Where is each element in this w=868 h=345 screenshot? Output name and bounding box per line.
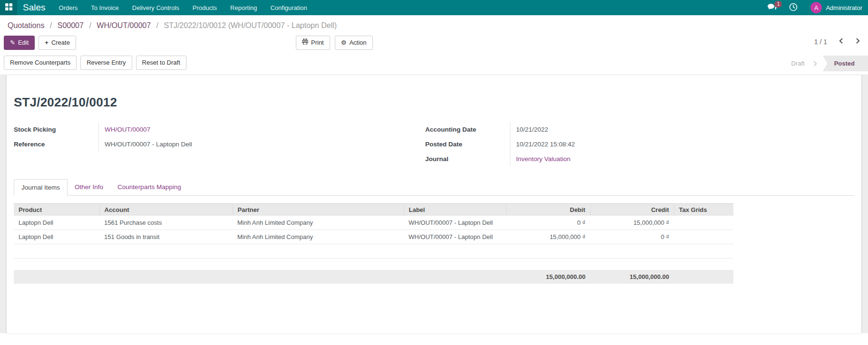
cell-tax-grids [674, 216, 733, 230]
user-menu[interactable]: Administrator [826, 4, 862, 11]
cell-credit: 0 ₫ [590, 230, 674, 244]
avatar[interactable]: A [810, 2, 822, 13]
stock-picking-link[interactable]: WH/OUT/00007 [105, 126, 150, 133]
breadcrumb-separator: / [86, 21, 94, 29]
print-button[interactable]: Print [296, 36, 330, 50]
cell-credit: 15,000,000 ₫ [590, 216, 674, 230]
cell-account: 151 Goods in transit [99, 230, 233, 244]
cell-debit: 0 ₫ [506, 216, 590, 230]
menu-reporting[interactable]: Reporting [224, 0, 263, 15]
form-view-background: STJ/2022/10/0012 Stock Picking WH/OUT/00… [0, 75, 868, 333]
accounting-date-value: 10/21/2022 [516, 126, 548, 133]
menu-delivery-controls[interactable]: Delivery Controls [126, 0, 186, 15]
pager-next-button[interactable] [855, 38, 860, 46]
totals-spacer [14, 270, 506, 284]
field-accounting-date: Accounting Date 10/21/2022 [425, 122, 854, 137]
table-row-empty [14, 244, 733, 259]
breadcrumb-s00007[interactable]: S00007 [58, 21, 84, 29]
control-panel: Quotations / S00007 / WH/OUT/00007 / STJ… [0, 15, 868, 75]
pager-previous-button[interactable] [839, 38, 844, 46]
cell-debit: 15,000,000 ₫ [506, 230, 590, 244]
message-count-badge: 1 [774, 1, 782, 8]
column-account[interactable]: Account [99, 204, 233, 216]
column-credit[interactable]: Credit [590, 204, 674, 216]
cell-account: 1561 Purchase costs [99, 216, 233, 230]
cell-tax-grids [674, 230, 733, 244]
activities-button[interactable] [783, 0, 804, 15]
plus-icon: + [45, 38, 49, 47]
totals-row: 15,000,000.00 15,000,000.00 [14, 270, 733, 284]
main-menu: Orders To Invoice Delivery Controls Prod… [52, 0, 314, 15]
breadcrumb: Quotations / S00007 / WH/OUT/00007 / STJ… [0, 15, 868, 32]
totals-tax-grids-spacer [674, 270, 733, 284]
tab-journal-items[interactable]: Journal Items [14, 179, 68, 196]
breadcrumb-current: STJ/2022/10/0012 (WH/OUT/00007 - Laptopn… [164, 21, 337, 29]
table-row[interactable]: Laptopn Dell 1561 Purchase costs Minh An… [14, 216, 733, 230]
status-draft[interactable]: Draft [791, 60, 804, 67]
field-label: Accounting Date [425, 126, 510, 133]
create-button[interactable]: + Create [39, 36, 76, 50]
reverse-entry-button[interactable]: Reverse Entry [80, 56, 132, 70]
action-button-label: Action [349, 38, 366, 47]
column-product[interactable]: Product [14, 204, 99, 216]
field-groups: Stock Picking WH/OUT/00007 Reference WH/… [14, 122, 854, 166]
page-title: STJ/2022/10/0012 [14, 75, 854, 110]
control-panel-buttons: ✎ Edit + Create Print ⚙ Action 1 / 1 [0, 32, 868, 54]
systray: 1 A Administrator [761, 0, 868, 15]
clock-icon [789, 3, 798, 13]
breadcrumb-quotations[interactable]: Quotations [8, 21, 44, 29]
table-row[interactable]: Laptopn Dell 151 Goods in transit Minh A… [14, 230, 733, 244]
field-label: Reference [14, 141, 98, 148]
edit-button[interactable]: ✎ Edit [4, 36, 35, 50]
menu-to-invoice[interactable]: To Invoice [84, 0, 126, 15]
apps-grid-icon [5, 3, 12, 12]
chevron-left-icon [839, 38, 844, 46]
breadcrumb-wh-out[interactable]: WH/OUT/00007 [97, 21, 151, 29]
cell-partner: Minh Anh Limited Company [233, 230, 404, 244]
column-debit[interactable]: Debit [506, 204, 590, 216]
reset-to-draft-button[interactable]: Reset to Draft [136, 56, 186, 70]
field-label: Journal [425, 155, 510, 163]
chevron-right-icon [811, 61, 817, 66]
column-partner[interactable]: Partner [233, 204, 404, 216]
pencil-icon: ✎ [10, 38, 15, 47]
field-journal: Journal Inventory Valuation [425, 152, 854, 166]
column-label[interactable]: Label [404, 204, 506, 216]
field-posted-date: Posted Date 10/21/2022 15:08:42 [425, 137, 854, 152]
printer-icon [302, 38, 308, 47]
apps-menu-button[interactable] [0, 0, 17, 15]
tab-other-info[interactable]: Other Info [68, 179, 110, 196]
create-button-label: Create [51, 38, 70, 47]
print-button-label: Print [311, 38, 324, 47]
messages-button[interactable]: 1 [761, 0, 783, 15]
app-name[interactable]: Sales [17, 0, 52, 15]
cell-product: Laptopn Dell [14, 230, 99, 244]
chevron-right-icon [855, 38, 860, 46]
column-tax-grids[interactable]: Tax Grids [674, 204, 733, 216]
cell-product: Laptopn Dell [14, 216, 99, 230]
remove-counterparts-button[interactable]: Remove Counterparts [4, 56, 77, 70]
total-credit: 15,000,000.00 [590, 270, 674, 284]
journal-link[interactable]: Inventory Valuation [516, 155, 571, 163]
edit-button-label: Edit [18, 38, 29, 47]
reference-value: WH/OUT/00007 - Laptopn Dell [105, 141, 192, 148]
status-posted[interactable]: Posted [823, 56, 868, 71]
cell-label: WH/OUT/00007 - Laptopn Dell [404, 230, 506, 244]
total-debit: 15,000,000.00 [506, 270, 590, 284]
tab-counterparts-mapping[interactable]: Counterparts Mapping [110, 179, 188, 196]
form-sheet: STJ/2022/10/0012 Stock Picking WH/OUT/00… [6, 75, 862, 333]
breadcrumb-separator: / [153, 21, 162, 29]
posted-date-value: 10/21/2022 15:08:42 [516, 141, 575, 148]
cell-partner: Minh Anh Limited Company [233, 216, 404, 230]
pager-counter: 1 / 1 [814, 38, 827, 46]
journal-items-table: Product Account Partner Label Debit Cred… [14, 203, 733, 259]
menu-products[interactable]: Products [186, 0, 224, 15]
menu-orders[interactable]: Orders [52, 0, 85, 15]
action-button[interactable]: ⚙ Action [335, 36, 373, 50]
field-reference: Reference WH/OUT/00007 - Laptopn Dell [14, 137, 425, 152]
menu-configuration[interactable]: Configuration [263, 0, 313, 15]
top-navbar: Sales Orders To Invoice Delivery Control… [0, 0, 868, 15]
notebook-tabs: Journal Items Other Info Counterparts Ma… [14, 179, 854, 196]
table-header-row: Product Account Partner Label Debit Cred… [14, 204, 733, 216]
pager: 1 / 1 [814, 38, 860, 46]
